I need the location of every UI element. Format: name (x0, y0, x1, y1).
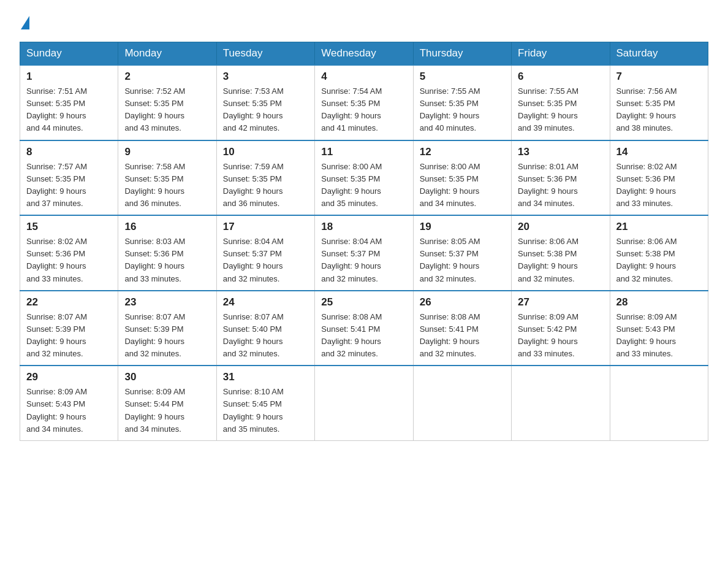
calendar-cell: 20Sunrise: 8:06 AMSunset: 5:38 PMDayligh… (512, 215, 610, 291)
calendar-cell: 2Sunrise: 7:52 AMSunset: 5:35 PMDaylight… (118, 65, 216, 140)
day-number: 21 (616, 221, 702, 233)
calendar-cell: 31Sunrise: 8:10 AMSunset: 5:45 PMDayligh… (216, 366, 314, 440)
calendar-cell: 21Sunrise: 8:06 AMSunset: 5:38 PMDayligh… (610, 215, 708, 291)
weekday-header-saturday: Saturday (610, 42, 708, 66)
day-info: Sunrise: 8:04 AMSunset: 5:37 PMDaylight:… (223, 236, 308, 285)
calendar-cell: 30Sunrise: 8:09 AMSunset: 5:44 PMDayligh… (118, 366, 216, 440)
day-info: Sunrise: 8:00 AMSunset: 5:35 PMDaylight:… (420, 161, 505, 210)
day-info: Sunrise: 8:05 AMSunset: 5:37 PMDaylight:… (420, 236, 505, 285)
day-info: Sunrise: 7:53 AMSunset: 5:35 PMDaylight:… (223, 85, 308, 135)
day-number: 2 (124, 71, 210, 83)
weekday-header-tuesday: Tuesday (216, 42, 314, 66)
calendar-cell: 22Sunrise: 8:07 AMSunset: 5:39 PMDayligh… (20, 291, 118, 366)
calendar-cell: 1Sunrise: 7:51 AMSunset: 5:35 PMDaylight… (20, 65, 118, 140)
day-info: Sunrise: 8:00 AMSunset: 5:35 PMDaylight:… (321, 161, 406, 210)
day-number: 7 (616, 71, 702, 83)
calendar-cell: 8Sunrise: 7:57 AMSunset: 5:35 PMDaylight… (20, 140, 118, 216)
day-number: 20 (518, 221, 603, 233)
calendar-cell: 23Sunrise: 8:07 AMSunset: 5:39 PMDayligh… (118, 291, 216, 366)
day-info: Sunrise: 7:56 AMSunset: 5:35 PMDaylight:… (616, 85, 702, 135)
day-number: 17 (223, 221, 308, 233)
calendar-cell: 17Sunrise: 8:04 AMSunset: 5:37 PMDayligh… (216, 215, 314, 291)
calendar-cell: 24Sunrise: 8:07 AMSunset: 5:40 PMDayligh… (216, 291, 314, 366)
day-info: Sunrise: 7:54 AMSunset: 5:35 PMDaylight:… (321, 85, 406, 135)
day-number: 27 (518, 296, 603, 308)
week-row-3: 15Sunrise: 8:02 AMSunset: 5:36 PMDayligh… (20, 215, 708, 291)
calendar-cell: 15Sunrise: 8:02 AMSunset: 5:36 PMDayligh… (20, 215, 118, 291)
calendar-cell: 18Sunrise: 8:04 AMSunset: 5:37 PMDayligh… (315, 215, 413, 291)
calendar-cell: 29Sunrise: 8:09 AMSunset: 5:43 PMDayligh… (20, 366, 118, 440)
day-info: Sunrise: 8:08 AMSunset: 5:41 PMDaylight:… (420, 311, 505, 361)
day-number: 19 (420, 221, 505, 233)
calendar-cell: 4Sunrise: 7:54 AMSunset: 5:35 PMDaylight… (315, 65, 413, 140)
calendar-cell (315, 366, 413, 440)
day-number: 23 (124, 296, 210, 308)
calendar-cell (512, 366, 610, 440)
day-info: Sunrise: 8:04 AMSunset: 5:37 PMDaylight:… (321, 236, 406, 285)
calendar-cell: 5Sunrise: 7:55 AMSunset: 5:35 PMDaylight… (413, 65, 511, 140)
calendar-table: SundayMondayTuesdayWednesdayThursdayFrid… (20, 42, 708, 441)
day-number: 26 (420, 296, 505, 308)
week-row-4: 22Sunrise: 8:07 AMSunset: 5:39 PMDayligh… (20, 291, 708, 366)
day-info: Sunrise: 8:09 AMSunset: 5:42 PMDaylight:… (518, 311, 603, 361)
day-info: Sunrise: 7:52 AMSunset: 5:35 PMDaylight:… (124, 85, 210, 135)
day-info: Sunrise: 8:09 AMSunset: 5:44 PMDaylight:… (124, 386, 210, 435)
calendar-cell: 16Sunrise: 8:03 AMSunset: 5:36 PMDayligh… (118, 215, 216, 291)
day-number: 5 (420, 71, 505, 83)
day-number: 29 (26, 371, 112, 383)
day-number: 15 (26, 221, 112, 233)
calendar-cell: 26Sunrise: 8:08 AMSunset: 5:41 PMDayligh… (413, 291, 511, 366)
calendar-cell (413, 366, 511, 440)
calendar-cell: 28Sunrise: 8:09 AMSunset: 5:43 PMDayligh… (610, 291, 708, 366)
day-number: 28 (616, 296, 702, 308)
calendar-cell: 14Sunrise: 8:02 AMSunset: 5:36 PMDayligh… (610, 140, 708, 216)
day-number: 24 (223, 296, 308, 308)
day-info: Sunrise: 8:10 AMSunset: 5:45 PMDaylight:… (223, 386, 308, 435)
calendar-cell: 11Sunrise: 8:00 AMSunset: 5:35 PMDayligh… (315, 140, 413, 216)
day-info: Sunrise: 8:02 AMSunset: 5:36 PMDaylight:… (26, 236, 112, 285)
logo-triangle-icon (21, 16, 29, 29)
day-number: 31 (223, 371, 308, 383)
calendar-cell: 7Sunrise: 7:56 AMSunset: 5:35 PMDaylight… (610, 65, 708, 140)
day-info: Sunrise: 7:59 AMSunset: 5:35 PMDaylight:… (223, 161, 308, 210)
day-number: 10 (223, 146, 308, 158)
calendar-cell: 10Sunrise: 7:59 AMSunset: 5:35 PMDayligh… (216, 140, 314, 216)
day-info: Sunrise: 8:02 AMSunset: 5:36 PMDaylight:… (616, 161, 702, 210)
day-number: 22 (26, 296, 112, 308)
day-info: Sunrise: 8:07 AMSunset: 5:40 PMDaylight:… (223, 311, 308, 361)
day-number: 30 (124, 371, 210, 383)
weekday-header-row: SundayMondayTuesdayWednesdayThursdayFrid… (20, 42, 708, 66)
day-info: Sunrise: 7:57 AMSunset: 5:35 PMDaylight:… (26, 161, 112, 210)
day-number: 12 (420, 146, 505, 158)
calendar-cell: 12Sunrise: 8:00 AMSunset: 5:35 PMDayligh… (413, 140, 511, 216)
day-number: 8 (26, 146, 112, 158)
day-number: 3 (223, 71, 308, 83)
logo (20, 15, 29, 29)
weekday-header-sunday: Sunday (20, 42, 118, 66)
day-info: Sunrise: 7:55 AMSunset: 5:35 PMDaylight:… (420, 85, 505, 135)
calendar-cell (610, 366, 708, 440)
day-number: 1 (26, 71, 112, 83)
day-info: Sunrise: 7:55 AMSunset: 5:35 PMDaylight:… (518, 85, 603, 135)
weekday-header-thursday: Thursday (413, 42, 511, 66)
day-info: Sunrise: 8:08 AMSunset: 5:41 PMDaylight:… (321, 311, 406, 361)
day-info: Sunrise: 8:03 AMSunset: 5:36 PMDaylight:… (124, 236, 210, 285)
page-header (20, 15, 708, 29)
calendar-cell: 27Sunrise: 8:09 AMSunset: 5:42 PMDayligh… (512, 291, 610, 366)
day-info: Sunrise: 8:09 AMSunset: 5:43 PMDaylight:… (616, 311, 702, 361)
day-number: 16 (124, 221, 210, 233)
calendar-cell: 25Sunrise: 8:08 AMSunset: 5:41 PMDayligh… (315, 291, 413, 366)
day-info: Sunrise: 7:51 AMSunset: 5:35 PMDaylight:… (26, 85, 112, 135)
day-number: 6 (518, 71, 603, 83)
day-info: Sunrise: 7:58 AMSunset: 5:35 PMDaylight:… (124, 161, 210, 210)
weekday-header-monday: Monday (118, 42, 216, 66)
week-row-1: 1Sunrise: 7:51 AMSunset: 5:35 PMDaylight… (20, 65, 708, 140)
day-number: 18 (321, 221, 406, 233)
day-number: 4 (321, 71, 406, 83)
weekday-header-friday: Friday (512, 42, 610, 66)
calendar-cell: 3Sunrise: 7:53 AMSunset: 5:35 PMDaylight… (216, 65, 314, 140)
week-row-5: 29Sunrise: 8:09 AMSunset: 5:43 PMDayligh… (20, 366, 708, 440)
day-number: 14 (616, 146, 702, 158)
calendar-cell: 13Sunrise: 8:01 AMSunset: 5:36 PMDayligh… (512, 140, 610, 216)
day-info: Sunrise: 8:06 AMSunset: 5:38 PMDaylight:… (518, 236, 603, 285)
